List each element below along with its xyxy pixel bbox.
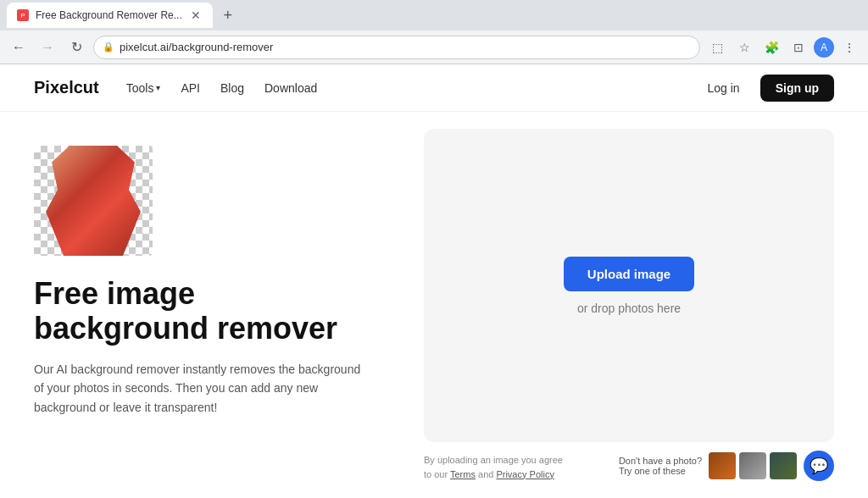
nav-right: Log in Sign up bbox=[698, 75, 834, 102]
sample-thumbs bbox=[709, 452, 797, 479]
upload-image-button[interactable]: Upload image bbox=[564, 257, 694, 291]
chat-button[interactable]: 💬 bbox=[804, 451, 834, 481]
sample-thumb-1[interactable] bbox=[709, 452, 736, 479]
site-wrapper: Pixelcut Tools ▾ API Blog Download Log i… bbox=[0, 64, 868, 498]
nav-links: Tools ▾ API Blog Download bbox=[126, 81, 670, 95]
footer-row: By uploading an image you agree to our T… bbox=[424, 451, 834, 481]
forward-button[interactable]: → bbox=[36, 36, 59, 59]
site-logo[interactable]: Pixelcut bbox=[34, 78, 99, 97]
woman-figure bbox=[34, 146, 153, 256]
hero-heading: Free image background remover bbox=[34, 276, 373, 346]
terms-text: By uploading an image you agree to our T… bbox=[424, 453, 563, 481]
left-side: Free image background remover Our AI bac… bbox=[0, 112, 407, 498]
right-side: Upload image or drop photos here By uplo… bbox=[407, 112, 868, 498]
browser-tab[interactable]: P Free Background Remover Re... ✕ bbox=[7, 3, 213, 28]
nav-blog[interactable]: Blog bbox=[220, 81, 244, 95]
chevron-down-icon: ▾ bbox=[156, 83, 160, 92]
checkered-background bbox=[34, 146, 153, 256]
toolbar-actions: ⬚ ☆ 🧩 ⊡ A ⋮ bbox=[705, 36, 861, 59]
profile-icon[interactable]: A bbox=[814, 37, 834, 58]
nav-download[interactable]: Download bbox=[264, 81, 317, 95]
sample-photos-panel: Don't have a photo? Try one of these 💬 bbox=[619, 451, 834, 481]
back-button[interactable]: ← bbox=[7, 36, 31, 59]
nav-tools[interactable]: Tools ▾ bbox=[126, 81, 161, 95]
tab-title: Free Background Remover Re... bbox=[36, 9, 182, 21]
reload-button[interactable]: ↻ bbox=[64, 36, 88, 59]
login-button[interactable]: Log in bbox=[698, 76, 750, 100]
hero-description: Our AI background remover instantly remo… bbox=[34, 360, 373, 417]
sample-thumb-2[interactable] bbox=[739, 452, 766, 479]
privacy-link[interactable]: Privacy Policy bbox=[496, 469, 554, 479]
url-text: pixelcut.ai/background-remover bbox=[120, 41, 691, 53]
tab-close-button[interactable]: ✕ bbox=[189, 8, 203, 22]
new-tab-button[interactable]: + bbox=[216, 3, 240, 27]
nav-api[interactable]: API bbox=[181, 81, 200, 95]
browser-toolbar: ← → ↻ 🔒 pixelcut.ai/background-remover ⬚… bbox=[0, 30, 868, 64]
main-content: Free image background remover Our AI bac… bbox=[0, 112, 868, 498]
bookmark-button[interactable]: ☆ bbox=[732, 36, 756, 59]
cast-button[interactable]: ⬚ bbox=[705, 36, 729, 59]
browser-tab-bar: P Free Background Remover Re... ✕ + bbox=[0, 0, 868, 30]
signup-button[interactable]: Sign up bbox=[760, 75, 834, 102]
hero-image bbox=[34, 146, 153, 256]
extensions-button[interactable]: 🧩 bbox=[760, 36, 783, 59]
sample-thumb-3[interactable] bbox=[770, 452, 797, 479]
history-button[interactable]: ⊡ bbox=[787, 36, 810, 59]
tab-favicon: P bbox=[17, 9, 29, 21]
terms-link[interactable]: Terms bbox=[450, 469, 476, 479]
address-bar[interactable]: 🔒 pixelcut.ai/background-remover bbox=[93, 36, 700, 59]
site-nav: Pixelcut Tools ▾ API Blog Download Log i… bbox=[0, 64, 868, 112]
upload-drop-zone[interactable]: Upload image or drop photos here bbox=[424, 129, 834, 442]
sample-label: Don't have a photo? Try one of these bbox=[619, 456, 702, 476]
menu-button[interactable]: ⋮ bbox=[837, 36, 861, 59]
drop-text: or drop photos here bbox=[577, 302, 681, 315]
lock-icon: 🔒 bbox=[103, 42, 114, 53]
